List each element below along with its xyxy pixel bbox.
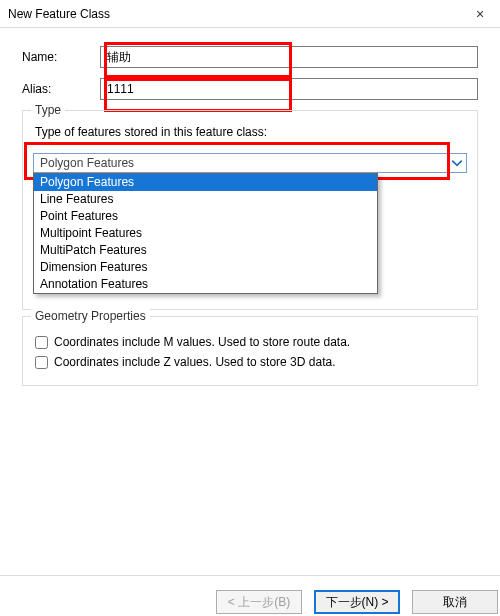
name-label: Name: [22,50,100,64]
feature-type-selected-text: Polygon Features [40,156,134,170]
chevron-down-icon [451,157,463,169]
type-legend: Type [31,103,65,117]
dialog-body: Name: Alias: Type Type of features store… [0,28,500,396]
name-input[interactable] [100,46,478,68]
type-description: Type of features stored in this feature … [35,125,465,139]
close-icon: × [476,6,484,22]
feature-type-option[interactable]: Dimension Features [34,259,377,276]
feature-type-selected[interactable]: Polygon Features [33,153,467,173]
cancel-button[interactable]: 取消 [412,590,498,614]
feature-type-dropdown: Polygon FeaturesLine FeaturesPoint Featu… [33,173,378,294]
feature-type-option[interactable]: Multipoint Features [34,225,377,242]
geometry-legend: Geometry Properties [31,309,150,323]
alias-row: Alias: [22,78,478,100]
m-values-checkbox[interactable] [35,336,48,349]
z-values-row: Coordinates include Z values. Used to st… [35,355,465,369]
feature-type-option[interactable]: MultiPatch Features [34,242,377,259]
z-values-checkbox[interactable] [35,356,48,369]
feature-type-option[interactable]: Point Features [34,208,377,225]
alias-input[interactable] [100,78,478,100]
m-values-label: Coordinates include M values. Used to st… [54,335,350,349]
feature-type-option[interactable]: Annotation Features [34,276,377,293]
next-button[interactable]: 下一步(N) > [314,590,400,614]
z-values-label: Coordinates include Z values. Used to st… [54,355,335,369]
alias-label: Alias: [22,82,100,96]
dialog-footer: < 上一步(B) 下一步(N) > 取消 [0,576,500,616]
type-group: Type Type of features stored in this fea… [22,110,478,310]
titlebar: New Feature Class × [0,0,500,28]
feature-type-option[interactable]: Line Features [34,191,377,208]
feature-type-combo[interactable]: Polygon Features Polygon FeaturesLine Fe… [33,153,467,173]
feature-type-option[interactable]: Polygon Features [34,174,377,191]
m-values-row: Coordinates include M values. Used to st… [35,335,465,349]
close-button[interactable]: × [460,0,500,28]
geometry-properties-group: Geometry Properties Coordinates include … [22,316,478,386]
window-title: New Feature Class [8,7,110,21]
name-row: Name: [22,46,478,68]
footer-separator [0,575,500,576]
back-button[interactable]: < 上一步(B) [216,590,302,614]
